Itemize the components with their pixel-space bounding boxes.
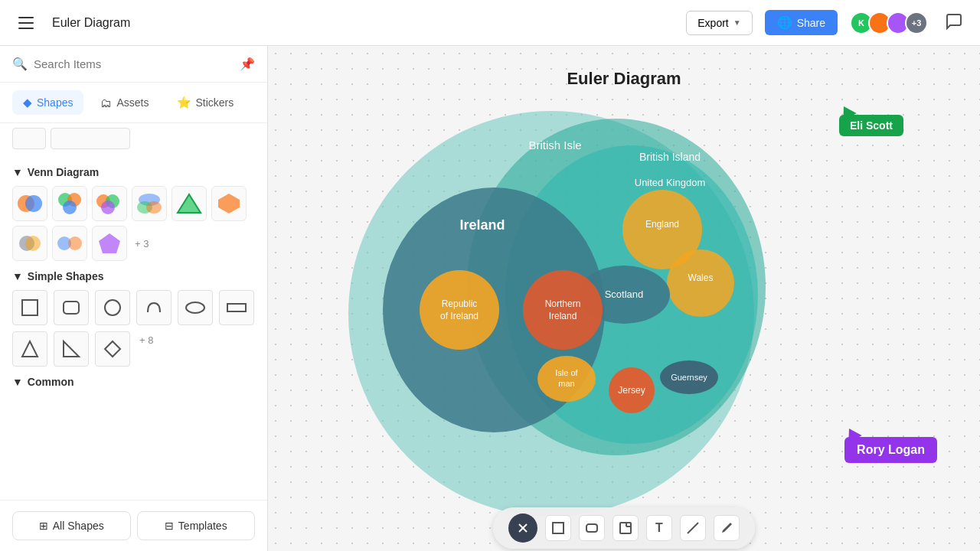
scroll-left[interactable] — [12, 128, 46, 149]
venn-shape-8[interactable] — [52, 226, 87, 261]
label-northern-line2: Ireland — [549, 311, 577, 321]
share-globe-icon: 🌐 — [777, 15, 792, 30]
all-shapes-button[interactable]: ⊞ All Shapes — [12, 511, 131, 540]
search-bar: 🔍 📌 — [0, 46, 267, 83]
svg-point-32 — [667, 249, 734, 317]
label-ireland: Ireland — [459, 217, 505, 233]
svg-marker-11 — [178, 194, 201, 213]
shape-triangle[interactable] — [12, 331, 47, 367]
venn-shape-5[interactable] — [172, 186, 207, 221]
search-input[interactable] — [34, 57, 234, 70]
templates-icon: ⊟ — [165, 520, 174, 532]
shape-right-triangle[interactable] — [54, 331, 89, 367]
rounded-rect-tool-button[interactable] — [579, 515, 605, 541]
venn-shape-1[interactable] — [12, 186, 47, 221]
label-jersey: Jersey — [618, 385, 645, 396]
close-tool-button[interactable] — [508, 514, 537, 543]
shape-rounded-rect[interactable] — [54, 290, 89, 325]
label-isle-line1: Isle of — [555, 368, 578, 377]
venn-shape-6[interactable] — [211, 186, 247, 221]
sidebar: 🔍 📌 ◆ Shapes 🗂 Assets ⭐ Stickers — [0, 46, 268, 551]
eli-cursor-label: Eli Scott — [839, 115, 903, 136]
line-tool-button[interactable] — [680, 515, 706, 541]
svg-marker-47 — [722, 523, 732, 533]
topbar-right — [940, 8, 968, 37]
tab-row: ◆ Shapes 🗂 Assets ⭐ Stickers — [0, 83, 267, 123]
label-england: England — [645, 219, 679, 230]
venn-shape-3[interactable] — [92, 186, 127, 221]
menu-button[interactable] — [12, 9, 40, 37]
sidebar-bottom: ⊞ All Shapes ⊟ Templates — [0, 500, 267, 551]
cursor-eli: Eli Scott — [839, 106, 903, 136]
stickers-tab-icon: ⭐ — [177, 96, 191, 109]
text-tool-button[interactable]: T — [646, 515, 672, 541]
cursor-rory: Rory Logan — [844, 428, 937, 463]
tab-shapes[interactable]: ◆ Shapes — [12, 90, 83, 115]
svg-marker-24 — [22, 341, 38, 357]
venn-shape-9[interactable] — [92, 226, 127, 261]
svg-rect-41 — [553, 523, 564, 533]
svg-point-22 — [186, 302, 204, 313]
shape-wide-rect[interactable] — [219, 290, 254, 325]
topbar: Euler Diagram Export ▼ 🌐 Share K +3 — [0, 0, 980, 46]
search-icon: 🔍 — [12, 57, 28, 71]
shape-ellipse[interactable] — [178, 290, 213, 325]
diagram-main-title: Euler Diagram — [567, 69, 681, 89]
svg-rect-20 — [64, 302, 79, 314]
svg-point-7 — [101, 201, 115, 214]
pin-icon[interactable]: 📌 — [240, 57, 255, 71]
svg-rect-42 — [586, 524, 597, 532]
pen-tool-button[interactable] — [714, 515, 740, 541]
svg-point-10 — [146, 201, 162, 214]
canvas[interactable]: Euler Diagram — [268, 46, 980, 551]
svg-point-17 — [68, 236, 82, 250]
label-republic-line2: of Ireland — [440, 311, 479, 321]
diagram-title-bar: Euler Diagram — [52, 16, 674, 30]
section-common-arrow-icon: ▼ — [12, 376, 23, 388]
svg-point-15 — [25, 236, 41, 251]
share-button[interactable]: 🌐 Share — [765, 10, 838, 35]
section-simple-shapes[interactable]: ▼ Simple Shapes — [12, 270, 255, 282]
venn-shape-4[interactable] — [132, 186, 167, 221]
tab-stickers[interactable]: ⭐ Stickers — [166, 90, 245, 115]
shapes-list: ▼ Venn Diagram — [0, 149, 267, 500]
simple-more-count: + 8 — [136, 331, 156, 367]
svg-marker-13 — [218, 194, 240, 214]
label-republic-line1: Republic — [442, 298, 478, 309]
label-guernsey: Guernsey — [671, 373, 707, 382]
svg-point-21 — [105, 300, 120, 315]
label-british-isle: British Isle — [528, 139, 581, 152]
label-northern-line1: Northern — [545, 298, 581, 309]
tab-assets[interactable]: 🗂 Assets — [90, 91, 159, 115]
section-arrow-icon: ▼ — [12, 166, 23, 178]
assets-tab-icon: 🗂 — [100, 96, 112, 109]
svg-point-1 — [25, 195, 42, 212]
venn-shape-7[interactable] — [12, 226, 47, 261]
shape-arc[interactable] — [136, 290, 172, 325]
templates-button[interactable]: ⊟ Templates — [137, 511, 256, 540]
venn-more-count: + 3 — [132, 235, 152, 253]
label-british-island: British Island — [639, 151, 701, 163]
label-united-kingdom: United Kingdom — [635, 177, 706, 188]
section-common[interactable]: ▼ Common — [12, 376, 255, 388]
export-button[interactable]: Export ▼ — [686, 11, 752, 35]
section-venn-diagram[interactable]: ▼ Venn Diagram — [12, 166, 255, 178]
svg-rect-19 — [22, 300, 38, 315]
svg-point-4 — [63, 201, 77, 214]
rect-tool-button[interactable] — [545, 515, 571, 541]
svg-rect-23 — [227, 304, 246, 311]
simple-shapes-grid: + 8 — [12, 290, 255, 367]
label-isle-line2: man — [558, 379, 574, 388]
shape-square[interactable] — [12, 290, 47, 325]
svg-marker-26 — [105, 341, 120, 357]
label-wales: Wales — [688, 272, 714, 283]
shapes-tab-icon: ◆ — [23, 96, 32, 109]
avatar-count: +3 — [905, 11, 928, 34]
venn-shape-2[interactable] — [52, 186, 87, 221]
scroll-right[interactable] — [51, 128, 130, 149]
comment-button[interactable] — [940, 8, 968, 37]
svg-point-34 — [420, 270, 499, 350]
shape-circle[interactable] — [95, 290, 130, 325]
note-tool-button[interactable] — [612, 515, 639, 541]
shape-diamond[interactable] — [95, 331, 130, 367]
